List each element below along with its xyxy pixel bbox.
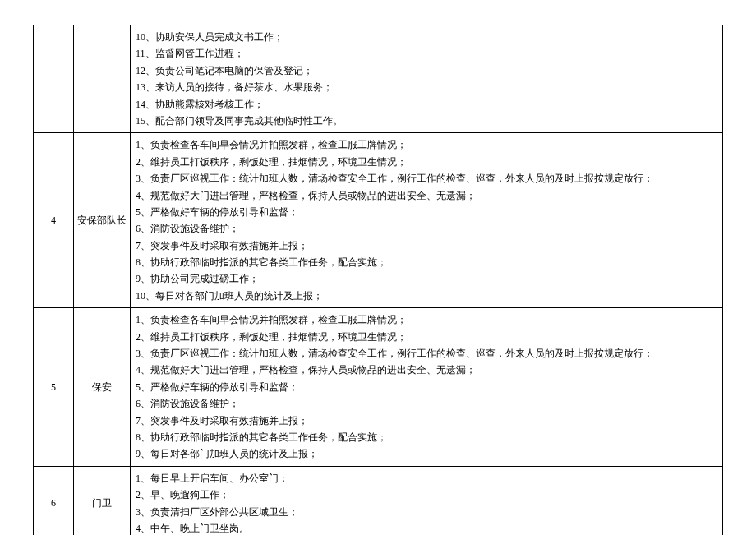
role-name: 门卫 xyxy=(74,466,131,535)
table-row: 4安保部队长1、负责检查各车间早会情况并拍照发群，检查工服工牌情况；2、维持员工… xyxy=(34,133,723,308)
duties-cell: 10、协助安保人员完成文书工作；11、监督网管工作进程；12、负责公司笔记本电脑… xyxy=(131,25,723,133)
duty-item: 5、严格做好车辆的停放引导和监督； xyxy=(136,379,717,395)
duty-item: 3、负责厂区巡视工作：统计加班人数，清场检查安全工作，例行工作的检查、巡查，外来… xyxy=(136,345,717,362)
duty-item: 7、突发事件及时采取有效措施并上报； xyxy=(136,238,717,254)
duty-item: 4、规范做好大门进出管理，严格检查，保持人员或物品的进出安全、无遗漏； xyxy=(136,187,717,204)
duty-item: 14、协助熊露核对考核工作； xyxy=(136,96,717,113)
duty-item: 10、每日对各部门加班人员的统计及上报； xyxy=(136,288,717,304)
row-number: 4 xyxy=(34,133,74,308)
duties-table: 10、协助安保人员完成文书工作；11、监督网管工作进程；12、负责公司笔记本电脑… xyxy=(33,25,723,535)
duty-item: 11、监督网管工作进程； xyxy=(136,45,717,62)
duty-item: 2、维持员工打饭秩序，剩饭处理，抽烟情况，环境卫生情况； xyxy=(136,329,717,345)
duty-item: 10、协助安保人员完成文书工作； xyxy=(136,29,717,45)
row-number: 6 xyxy=(34,466,74,535)
table-row: 6门卫1、每日早上开启车间、办公室门；2、早、晚遛狗工作；3、负责清扫厂区外部公… xyxy=(34,466,723,535)
role-name: 安保部队长 xyxy=(74,133,131,308)
row-number: 5 xyxy=(34,308,74,467)
duty-item: 4、中午、晚上门卫坐岗。 xyxy=(136,520,717,535)
table-row: 10、协助安保人员完成文书工作；11、监督网管工作进程；12、负责公司笔记本电脑… xyxy=(34,25,723,133)
row-number xyxy=(34,25,74,133)
duty-item: 8、协助行政部临时指派的其它各类工作任务，配合实施； xyxy=(136,254,717,270)
duty-item: 3、负责清扫厂区外部公共区域卫生； xyxy=(136,504,717,520)
duty-item: 6、消防设施设备维护； xyxy=(136,220,717,237)
duty-item: 3、负责厂区巡视工作：统计加班人数，清场检查安全工作，例行工作的检查、巡查，外来… xyxy=(136,170,717,187)
duty-item: 6、消防设施设备维护； xyxy=(136,395,717,412)
duty-item: 1、负责检查各车间早会情况并拍照发群，检查工服工牌情况； xyxy=(136,136,717,153)
role-name: 保安 xyxy=(74,308,131,467)
duty-item: 12、负责公司笔记本电脑的保管及登记； xyxy=(136,62,717,79)
duty-item: 9、协助公司完成过磅工作； xyxy=(136,270,717,287)
table-row: 5保安1、负责检查各车间早会情况并拍照发群，检查工服工牌情况；2、维持员工打饭秩… xyxy=(34,308,723,467)
duties-cell: 1、每日早上开启车间、办公室门；2、早、晚遛狗工作；3、负责清扫厂区外部公共区域… xyxy=(131,466,723,535)
duty-item: 2、维持员工打饭秩序，剩饭处理，抽烟情况，环境卫生情况； xyxy=(136,154,717,170)
duty-item: 2、早、晚遛狗工作； xyxy=(136,487,717,503)
duties-cell: 1、负责检查各车间早会情况并拍照发群，检查工服工牌情况；2、维持员工打饭秩序，剩… xyxy=(131,133,723,308)
duty-item: 1、负责检查各车间早会情况并拍照发群，检查工服工牌情况； xyxy=(136,311,717,328)
role-name xyxy=(74,25,131,133)
duty-item: 1、每日早上开启车间、办公室门； xyxy=(136,470,717,487)
duty-item: 15、配合部门领导及同事完成其他临时性工作。 xyxy=(136,113,717,129)
duty-item: 4、规范做好大门进出管理，严格检查，保持人员或物品的进出安全、无遗漏； xyxy=(136,362,717,378)
duty-item: 5、严格做好车辆的停放引导和监督； xyxy=(136,204,717,220)
duty-item: 13、来访人员的接待，备好茶水、水果服务； xyxy=(136,79,717,95)
duties-cell: 1、负责检查各车间早会情况并拍照发群，检查工服工牌情况；2、维持员工打饭秩序，剩… xyxy=(131,308,723,467)
duty-item: 8、协助行政部临时指派的其它各类工作任务，配合实施； xyxy=(136,429,717,445)
duty-item: 7、突发事件及时采取有效措施并上报； xyxy=(136,413,717,429)
duty-item: 9、每日对各部门加班人员的统计及上报； xyxy=(136,445,717,462)
